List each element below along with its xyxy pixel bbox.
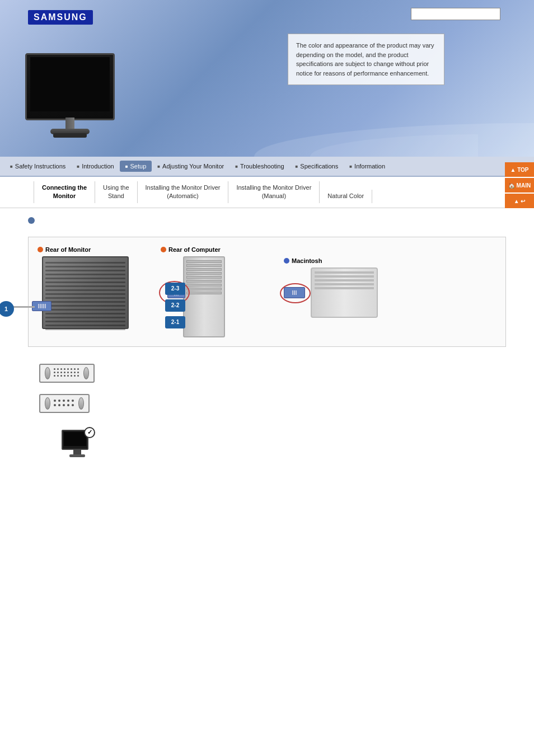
step-21-badge: 2-1 — [165, 316, 185, 328]
up-button[interactable]: ▲ ↩ — [505, 194, 534, 208]
nav-specs-label: Specifications — [300, 163, 338, 170]
vga-connector-row — [39, 394, 495, 413]
dvi-right-screw — [83, 367, 89, 379]
monitor-base-icon — [69, 454, 85, 457]
sub-nav-connecting-label: Connecting theMonitor — [42, 184, 87, 199]
dvi-connector-row — [39, 364, 495, 383]
sub-nav-driver-auto[interactable]: Installing the Monitor Driver(Automatic) — [138, 181, 229, 203]
dvi-left-screw — [45, 367, 50, 379]
sub-nav-natural-color-label: Natural Color — [327, 192, 364, 199]
main-content-area: Rear of Monitor — [0, 208, 534, 600]
sub-nav-stand[interactable]: Using theStand — [95, 181, 137, 203]
vga-connector-icon — [39, 394, 90, 413]
step-1-badge: 1 — [0, 301, 14, 317]
monitor-illustration — [22, 42, 123, 145]
macintosh-section: Macintosh — [284, 246, 396, 318]
sub-nav-natural-color[interactable]: Natural Color — [320, 190, 372, 203]
main-button[interactable]: 🏠 MAIN — [505, 178, 534, 192]
monitor-stand-icon — [73, 450, 81, 454]
sub-nav-connecting[interactable]: Connecting theMonitor — [34, 181, 95, 203]
nav-item-adjusting[interactable]: Adjusting Your Monitor — [152, 161, 229, 172]
nav-item-specifications[interactable]: Specifications — [290, 161, 344, 172]
nav-setup-label: Setup — [130, 163, 147, 170]
sub-nav-stand-label: Using theStand — [103, 184, 129, 199]
sub-nav-driver-auto-label: Installing the Monitor Driver(Automatic) — [146, 184, 221, 199]
sub-nav-driver-manual[interactable]: Installing the Monitor Driver(Manual) — [228, 181, 320, 203]
rear-computer-label: Rear of Computer — [161, 246, 267, 253]
dvi-pins — [53, 367, 81, 379]
rear-monitor-dot — [38, 247, 43, 252]
header-banner: SAMSUNG The color and appearance of the … — [0, 0, 534, 157]
macintosh-label: Macintosh — [284, 257, 396, 264]
macintosh-dot — [284, 258, 289, 264]
rear-computer-section: Rear of Computer — [161, 246, 267, 337]
monitor-with-check-icon: ✓ — [62, 430, 92, 457]
rear-monitor-label: Rear of Monitor — [38, 246, 144, 253]
step-22-badge: 2-2 — [165, 299, 185, 312]
nav-safety-label: Safety Instructions — [15, 163, 66, 170]
nav-troubleshooting-label: Troubleshooting — [240, 163, 284, 170]
nav-adjusting-label: Adjusting Your Monitor — [162, 163, 224, 170]
nav-item-safety[interactable]: Safety Instructions — [4, 161, 71, 172]
checkmark-icon: ✓ — [84, 427, 95, 438]
sub-nav-driver-manual-label: Installing the Monitor Driver(Manual) — [236, 184, 311, 199]
monitor-checkmark-section: ✓ — [62, 430, 506, 457]
nav-item-troubleshooting[interactable]: Troubleshooting — [229, 161, 289, 172]
nav-item-introduction[interactable]: Introduction — [71, 161, 119, 172]
header-description-text: The color and appearance of the product … — [296, 42, 434, 77]
sub-nav-bar: Connecting theMonitor Using theStand Ins… — [0, 177, 534, 208]
samsung-logo: SAMSUNG — [28, 10, 93, 25]
vga-pins-grid — [53, 398, 76, 408]
top-button[interactable]: ▲ TOP — [505, 162, 534, 177]
nav-item-setup[interactable]: Setup — [120, 161, 152, 172]
language-dropdown[interactable] — [411, 8, 500, 20]
header-description-box: The color and appearance of the product … — [288, 34, 444, 85]
dvi-connector-icon — [39, 364, 95, 383]
connection-diagram: Rear of Monitor — [28, 237, 506, 347]
nav-intro-label: Introduction — [82, 163, 114, 170]
vga-right-screw — [78, 397, 84, 410]
side-buttons-panel: ▲ TOP 🏠 MAIN ▲ ↩ — [505, 162, 534, 208]
nav-info-label: Information — [354, 163, 385, 170]
rear-monitor-section: Rear of Monitor — [38, 246, 144, 329]
connector-icons-section — [28, 364, 506, 413]
rear-computer-dot — [161, 247, 166, 252]
section-bullet — [28, 217, 35, 224]
step-23-badge: 2-3 — [165, 283, 185, 295]
vga-left-screw — [45, 397, 50, 410]
nav-item-information[interactable]: Information — [344, 161, 391, 172]
main-nav-bar: Safety Instructions Introduction Setup A… — [0, 157, 534, 177]
